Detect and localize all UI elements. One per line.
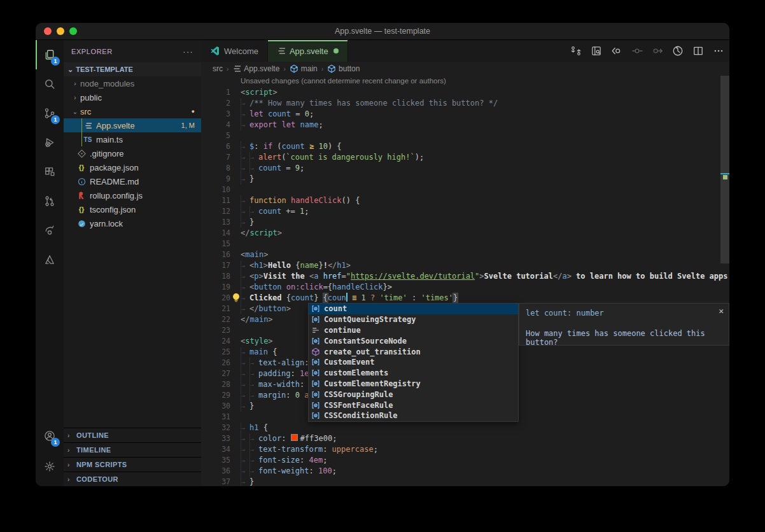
code-editor[interactable]: Unsaved changes (cannot determine recent… xyxy=(201,76,729,486)
svelte-file-icon xyxy=(277,47,286,55)
tree-item-node_modules[interactable]: ›node_modules xyxy=(64,76,201,90)
code-line[interactable]: 36→→font-weight: 100; xyxy=(201,466,720,477)
code-line[interactable]: 20→Clicked {count} {coun ≡ 1 ? 'time' : … xyxy=(201,293,720,304)
tree-item-package.json[interactable]: {}package.json xyxy=(64,160,201,174)
code-line[interactable]: 32→h1 { xyxy=(201,423,720,433)
code-line[interactable]: 18→<p>Visit the <a href="https://svelte.… xyxy=(201,271,720,282)
title-bar[interactable]: App.svelte — test-template xyxy=(36,23,729,40)
suggest-item-ConstantSourceNode[interactable]: ConstantSourceNode xyxy=(309,335,518,346)
tree-item-README.md[interactable]: README.md xyxy=(64,174,201,188)
code-line[interactable]: 14</script> xyxy=(201,228,720,239)
activity-item-accounts[interactable]: 1 xyxy=(36,421,64,451)
activity-item-source-control[interactable]: 1 xyxy=(36,99,64,128)
activity-item-live-share[interactable] xyxy=(36,216,64,245)
sidebar-section-timeline[interactable]: ›TIMELINE xyxy=(64,442,201,457)
code-line[interactable]: 10 xyxy=(201,185,720,195)
code-line[interactable]: 34→→text-transform: uppercase; xyxy=(201,444,720,455)
section-label: CODETOUR xyxy=(76,475,118,483)
git-status-badge: 1, M xyxy=(181,122,195,129)
tree-item-public[interactable]: ›public xyxy=(64,90,201,104)
tree-item-src[interactable]: ⌄src● xyxy=(64,104,201,118)
code-line[interactable]: 19→<button on:click={handleClick}> xyxy=(201,282,720,293)
center-change-icon[interactable] xyxy=(631,45,643,57)
code-line[interactable]: 13→} xyxy=(201,217,720,228)
suggest-item-customElements[interactable]: customElements xyxy=(309,368,518,379)
suggest-keyword-icon xyxy=(311,325,321,335)
split-editor-icon[interactable] xyxy=(692,45,704,57)
suggest-variable-icon xyxy=(311,368,321,378)
code-line[interactable]: 12→→count += 1; xyxy=(201,206,720,217)
activity-item-settings[interactable] xyxy=(36,452,64,481)
suggest-item-CSSConditionRule[interactable]: CSSConditionRule xyxy=(309,410,518,421)
code-line[interactable]: 9→} xyxy=(201,174,720,185)
suggest-item-count[interactable]: count xyxy=(309,304,518,314)
code-line[interactable]: 3→let count = 0; xyxy=(201,109,720,120)
breadcrumb-separator: › xyxy=(227,66,228,73)
code-line[interactable]: 33→→color: #ff3e00; xyxy=(201,433,720,444)
code-line[interactable]: 11→function handleClick() { xyxy=(201,195,720,206)
line-content: →export let name; xyxy=(241,120,323,130)
sidebar-section-npm-scripts[interactable]: ›NPM SCRIPTS xyxy=(64,457,201,472)
activity-item-extensions[interactable] xyxy=(36,157,64,186)
tree-item-App.svelte[interactable]: App.svelte1, M xyxy=(64,118,201,132)
history-icon[interactable] xyxy=(672,45,684,57)
breadcrumb-item-button[interactable]: button xyxy=(327,64,360,73)
line-number: 33 xyxy=(201,433,241,444)
tree-item-label: main.ts xyxy=(96,135,123,144)
tab-app-svelte[interactable]: App.svelte xyxy=(268,40,348,62)
activity-item-run-debug[interactable] xyxy=(36,128,64,157)
activity-item-search[interactable] xyxy=(36,69,64,99)
tree-item-yarn.lock[interactable]: yarn.lock xyxy=(64,216,201,230)
code-line[interactable]: 2→/** How many times has someone clicked… xyxy=(201,98,720,109)
code-line[interactable]: 1<script> xyxy=(201,87,720,98)
suggest-item-create_out_transition[interactable]: create_out_transition xyxy=(309,346,518,357)
code-line[interactable]: 35→→font-size: 4em; xyxy=(201,455,720,466)
code-line[interactable]: 15 xyxy=(201,239,720,249)
breadcrumb-item-src[interactable]: src xyxy=(213,64,223,73)
activity-item-azure[interactable] xyxy=(36,245,64,274)
close-icon[interactable]: ✕ xyxy=(719,306,724,316)
modified-dot[interactable] xyxy=(333,48,339,53)
code-line[interactable]: 8→→count = 9; xyxy=(201,163,720,174)
line-content: →/** How many times has someone clicked … xyxy=(241,98,498,109)
activity-item-explorer[interactable]: 1 xyxy=(36,40,64,69)
sidebar-section-codetour[interactable]: ›CODETOUR xyxy=(64,472,201,486)
code-line[interactable]: 37→} xyxy=(201,477,720,486)
suggest-item-CustomEvent[interactable]: CustomEvent xyxy=(309,357,518,368)
sidebar-bottom-sections: ›OUTLINE›TIMELINE›NPM SCRIPTS›CODETOUR xyxy=(64,428,201,486)
more-actions-icon[interactable] xyxy=(713,45,724,57)
previous-change-icon[interactable] xyxy=(611,45,622,57)
tree-item-.gitignore[interactable]: .gitignore xyxy=(64,146,201,160)
breadcrumb-item-app-svelte[interactable]: App.svelte xyxy=(232,64,279,73)
explorer-more-actions-icon[interactable]: ··· xyxy=(183,46,193,57)
suggest-item-CSSFontFaceRule[interactable]: CSSFontFaceRule xyxy=(309,400,518,410)
editor-scrollbar[interactable] xyxy=(720,76,729,263)
breadcrumb-item-main[interactable]: main xyxy=(290,64,318,73)
tree-item-main.ts[interactable]: TSmain.ts xyxy=(64,132,201,146)
tree-item-tsconfig.json[interactable]: {}tsconfig.json xyxy=(64,202,201,216)
tab-welcome[interactable]: Welcome xyxy=(201,40,268,62)
activity-item-github-pr[interactable] xyxy=(36,186,64,216)
compare-changes-icon[interactable] xyxy=(570,45,582,57)
line-number: 3 xyxy=(201,109,241,120)
code-line[interactable]: 6→$: if (count ≥ 10) { xyxy=(201,141,720,152)
suggest-item-CustomElementRegistry[interactable]: CustomElementRegistry xyxy=(309,379,518,389)
code-line[interactable]: 4→export let name; xyxy=(201,120,720,130)
suggest-item-CountQueuingStrategy[interactable]: CountQueuingStrategy xyxy=(309,314,518,325)
code-line[interactable]: 16<main> xyxy=(201,249,720,260)
tree-item-rollup.config.js[interactable]: rollup.config.js xyxy=(64,188,201,202)
suggest-item-CSSGroupingRule[interactable]: CSSGroupingRule xyxy=(309,389,518,400)
code-line[interactable]: 5 xyxy=(201,130,720,141)
lightbulb-icon[interactable] xyxy=(232,293,241,302)
sidebar-section-outline[interactable]: ›OUTLINE xyxy=(64,428,201,442)
line-content: →<p>Visit the <a href="https://svelte.de… xyxy=(241,271,729,282)
breadcrumb-separator: › xyxy=(321,66,323,73)
open-preview-icon[interactable] xyxy=(591,45,602,57)
git-modified-indent-guide xyxy=(81,132,82,146)
workspace-root-folder[interactable]: ⌄ TEST-TEMPLATE xyxy=(64,62,201,76)
next-change-icon[interactable] xyxy=(652,45,663,57)
chevron-right-icon: › xyxy=(67,444,76,458)
code-line[interactable]: 7→→alert(`count is dangerously high!`); xyxy=(201,152,720,163)
code-line[interactable]: 17→<h1>Hello {name}!</h1> xyxy=(201,260,720,271)
suggest-item-continue[interactable]: continue xyxy=(309,325,518,336)
